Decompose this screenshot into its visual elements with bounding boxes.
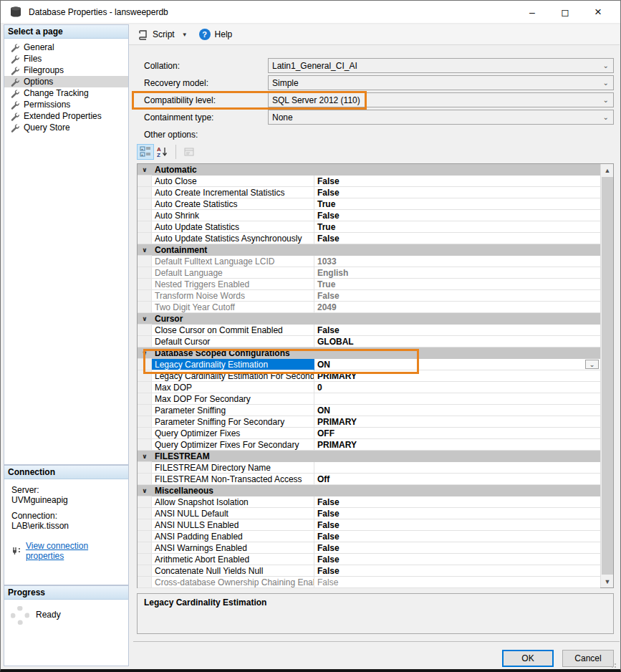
grid-row-concatenate-null-yields-null[interactable]: Concatenate Null Yields NullFalse [138,565,600,577]
grid-section-filestream[interactable]: ∨FILESTREAM [138,451,600,462]
grid-row-default-fulltext-language-lcid[interactable]: Default Fulltext Language LCID1033 [138,256,600,267]
alphabetical-sort-button[interactable]: A Z [154,144,171,160]
scroll-down-icon[interactable]: ▼ [601,575,614,587]
grid-row-query-optimizer-fixes-for-secondary[interactable]: Query Optimizer Fixes For SecondaryPRIMA… [138,439,600,451]
cancel-button[interactable]: Cancel [562,650,614,667]
containment-type-combobox[interactable]: None⌄ [268,110,614,125]
grid-scrollbar[interactable]: ▲ ▼ [600,164,613,587]
grid-row-auto-create-statistics[interactable]: Auto Create StatisticsTrue [138,198,600,210]
grid-row-cross-database-ownership-chaining-enabled[interactable]: Cross-database Ownership Chaining Enable… [138,577,600,588]
grid-row-filestream-non-transacted-access[interactable]: FILESTREAM Non-Transacted AccessOff [138,474,600,485]
chevron-down-icon[interactable]: ⌄ [603,113,609,121]
grid-row-default-cursor[interactable]: Default CursorGLOBAL [138,336,600,347]
property-value[interactable]: True [314,279,600,290]
scrollbar-thumb[interactable] [602,177,613,575]
property-value[interactable]: False [314,325,600,336]
sidebar-item-general[interactable]: General [4,42,128,53]
help-button[interactable]: Help [215,29,233,39]
maximize-button[interactable]: ◻ [549,1,582,24]
property-value[interactable]: False [314,290,600,302]
property-value[interactable] [314,462,600,474]
grid-row-query-optimizer-fixes[interactable]: Query Optimizer FixesOFF [138,428,600,439]
property-value[interactable]: ON [314,405,600,416]
grid-row-two-digit-year-cutoff[interactable]: Two Digit Year Cutoff2049 [138,302,600,313]
sidebar-item-files[interactable]: Files [4,53,128,64]
scroll-up-icon[interactable]: ▲ [601,164,614,176]
categorized-view-button[interactable]: + + [137,144,154,160]
collapse-chevron-icon[interactable]: ∨ [142,487,147,494]
grid-row-auto-close[interactable]: Auto CloseFalse [138,176,600,187]
grid-section-miscellaneous[interactable]: ∨Miscellaneous [138,485,600,496]
grid-row-auto-update-statistics[interactable]: Auto Update StatisticsTrue [138,221,600,233]
property-value[interactable]: 2049 [314,302,600,313]
collation-combobox[interactable]: Latin1_General_CI_AI⌄ [268,58,614,73]
property-value[interactable]: False [314,565,600,577]
property-value[interactable]: GLOBAL [314,336,600,347]
chevron-down-icon[interactable]: ⌄ [603,96,609,104]
grid-section-containment[interactable]: ∨Containment [138,244,600,256]
help-icon[interactable]: ? [199,29,211,40]
grid-row-default-language[interactable]: Default LanguageEnglish [138,267,600,279]
grid-row-auto-shrink[interactable]: Auto ShrinkFalse [138,210,600,221]
property-value[interactable]: False [314,531,600,542]
ok-button[interactable]: OK [502,650,554,667]
sidebar-item-permissions[interactable]: Permissions [4,99,128,110]
grid-section-automatic[interactable]: ∨Automatic [138,164,600,176]
grid-row-parameter-sniffing-for-secondary[interactable]: Parameter Sniffing For SecondaryPRIMARY [138,416,600,428]
collapse-chevron-icon[interactable]: ∨ [142,315,147,322]
view-connection-properties-link[interactable]: View connection properties [26,541,128,561]
grid-row-ansi-warnings-enabled[interactable]: ANSI Warnings EnabledFalse [138,542,600,554]
grid-row-filestream-directory-name[interactable]: FILESTREAM Directory Name [138,462,600,474]
property-value[interactable]: OFF [314,428,600,439]
property-value[interactable] [314,393,600,405]
collapse-chevron-icon[interactable]: ∨ [142,246,147,254]
property-value[interactable]: PRIMARY [314,416,600,428]
property-value[interactable]: False [314,496,600,508]
value-dropdown-icon[interactable]: ⌄ [585,360,599,369]
resize-grip[interactable] [611,661,618,668]
property-value[interactable]: True [314,221,600,233]
property-value[interactable]: English [314,267,600,279]
script-button[interactable]: Script [153,29,175,39]
recovery-model-combobox[interactable]: Simple⌄ [268,75,614,90]
grid-row-ansi-null-default[interactable]: ANSI NULL DefaultFalse [138,508,600,519]
property-value[interactable]: PRIMARY [314,439,600,451]
grid-row-max-dop[interactable]: Max DOP0 [138,382,600,393]
chevron-down-icon[interactable]: ⌄ [603,79,609,87]
property-value[interactable]: True [314,198,600,210]
script-dropdown-icon[interactable]: ▼ [182,32,188,38]
sidebar-item-options[interactable]: Options [4,76,128,87]
grid-row-parameter-sniffing[interactable]: Parameter SniffingON [138,405,600,416]
grid-row-ansi-nulls-enabled[interactable]: ANSI NULLS EnabledFalse [138,519,600,531]
sidebar-item-filegroups[interactable]: Filegroups [4,64,128,76]
sidebar-item-change-tracking[interactable]: Change Tracking [4,87,128,99]
property-value[interactable]: False [314,519,600,531]
grid-row-allow-snapshot-isolation[interactable]: Allow Snapshot IsolationFalse [138,496,600,508]
property-value[interactable]: False [314,187,600,198]
grid-section-cursor[interactable]: ∨Cursor [138,313,600,325]
property-value[interactable]: False [314,233,600,244]
grid-row-transform-noise-words[interactable]: Transform Noise WordsFalse [138,290,600,302]
sidebar-item-query-store[interactable]: Query Store [4,122,128,133]
property-value[interactable]: False [314,577,600,588]
collapse-chevron-icon[interactable]: ∨ [142,166,147,173]
grid-row-nested-triggers-enabled[interactable]: Nested Triggers EnabledTrue [138,279,600,290]
property-value[interactable]: 0 [314,382,600,393]
grid-row-max-dop-for-secondary[interactable]: Max DOP For Secondary [138,393,600,405]
property-value[interactable]: False [314,542,600,554]
collapse-chevron-icon[interactable]: ∨ [142,453,147,460]
grid-row-auto-update-statistics-asynchronously[interactable]: Auto Update Statistics AsynchronouslyFal… [138,233,600,244]
sidebar-item-extended-properties[interactable]: Extended Properties [4,110,128,122]
property-value[interactable]: False [314,554,600,565]
grid-row-auto-create-incremental-statistics[interactable]: Auto Create Incremental StatisticsFalse [138,187,600,198]
grid-row-ansi-padding-enabled[interactable]: ANSI Padding EnabledFalse [138,531,600,542]
property-value[interactable]: False [314,210,600,221]
grid-row-close-cursor-on-commit-enabled[interactable]: Close Cursor on Commit EnabledFalse [138,325,600,336]
property-value[interactable]: 1033 [314,256,600,267]
property-value[interactable]: False [314,508,600,519]
chevron-down-icon[interactable]: ⌄ [603,62,609,69]
minimize-button[interactable]: – [516,1,549,24]
close-button[interactable]: × [582,1,615,24]
property-value[interactable]: False [314,176,600,187]
grid-row-arithmetic-abort-enabled[interactable]: Arithmetic Abort EnabledFalse [138,554,600,565]
